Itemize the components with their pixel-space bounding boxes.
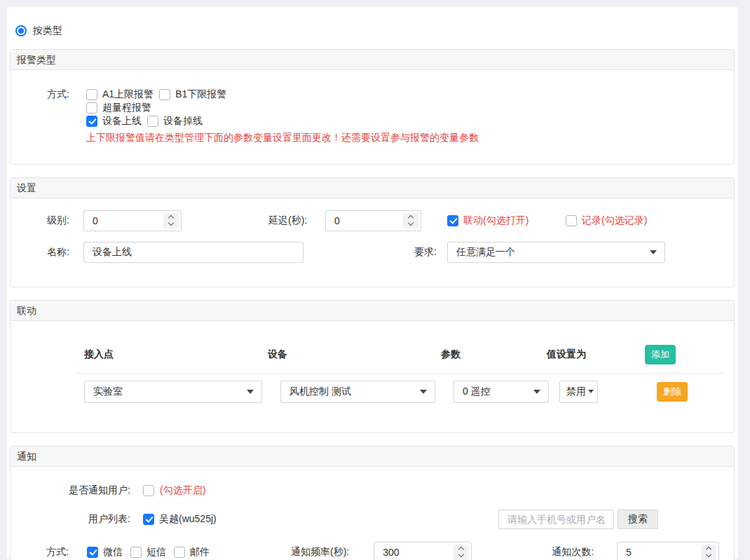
content-card: 按类型 报警类型 方式: A1上限报警 B1下限报警: [6, 6, 739, 560]
settings-panel: 设置 级别: 延迟(秒): 联动(勾选打开): [10, 177, 735, 287]
user-search-input[interactable]: [498, 510, 614, 529]
name-label: 名称:: [47, 246, 83, 259]
name-input[interactable]: [83, 242, 304, 263]
settings-panel-body: 级别: 延迟(秒): 联动(勾选打开) 记录(勾选记录): [11, 198, 734, 287]
user-search-group: 搜索: [498, 510, 658, 529]
table-header-divider: [75, 373, 725, 374]
limit-alarm-hint: 上下限报警值请在类型管理下面的参数变量设置里面更改！还需要设置参与报警的变量参数: [86, 130, 723, 144]
b1-lower-limit-checkbox[interactable]: [159, 89, 170, 100]
access-point-select-value: 实验室: [93, 385, 123, 398]
settings-panel-title: 设置: [11, 178, 734, 198]
column-param: 参数: [441, 348, 547, 361]
wechat-checkbox-item: 微信: [87, 546, 123, 559]
by-type-radio-label: 按类型: [33, 25, 62, 37]
level-label: 级别:: [47, 214, 83, 227]
notify-panel-title: 通知: [11, 446, 734, 467]
user-checkbox-label: 吴越(wu525j): [159, 513, 217, 526]
alarm-type-panel-title: 报警类型: [11, 50, 734, 70]
device-select-value: 风机控制 测试: [289, 385, 351, 398]
linkage-panel: 联动 接入点 设备 参数 值设置为 添加 实验室 风机控制 测试: [10, 300, 735, 433]
sms-checkbox[interactable]: [130, 547, 142, 558]
delay-label: 延迟(秒):: [268, 214, 325, 227]
chevron-down-icon: [588, 390, 594, 393]
linkage-panel-body: 接入点 设备 参数 值设置为 添加 实验室 风机控制 测试 0 遥控: [11, 321, 734, 432]
notify-methods: 微信 短信 邮件: [87, 546, 291, 559]
column-value-set: 值设置为: [547, 348, 645, 361]
alarm-type-panel: 报警类型 方式: A1上限报警 B1下限报警: [10, 49, 735, 165]
notify-method-label: 方式:: [46, 546, 74, 559]
require-select[interactable]: 任意满足一个: [447, 242, 665, 263]
sms-label: 短信: [146, 546, 166, 559]
sms-checkbox-item: 短信: [130, 546, 166, 559]
notify-count-label: 通知次数:: [552, 546, 594, 559]
notify-frequency-label: 通知频率(秒):: [291, 546, 349, 559]
search-button[interactable]: 搜索: [618, 510, 658, 529]
over-range-checkbox[interactable]: [86, 102, 97, 114]
user-checkbox[interactable]: [143, 514, 154, 525]
notify-panel-body: 是否通知用户: (勾选开启) 用户列表: 吴越(wu525j) 搜索 方式:: [11, 467, 734, 560]
by-type-radio[interactable]: [15, 25, 27, 36]
device-offline-label: 设备掉线: [163, 115, 203, 128]
chevron-down-icon: [650, 250, 657, 254]
param-select-value: 0 遥控: [463, 385, 491, 398]
linkage-checkbox-item: 联动(勾选打开): [447, 214, 566, 227]
value-set-select[interactable]: 禁用: [559, 381, 598, 403]
column-access-point: 接入点: [84, 348, 268, 361]
require-select-value: 任意满足一个: [456, 246, 515, 259]
user-checkbox-item: 吴越(wu525j): [143, 513, 217, 526]
record-checkbox-item: 记录(勾选记录): [566, 214, 647, 227]
access-point-select[interactable]: 实验室: [84, 381, 262, 403]
level-spinner[interactable]: [163, 213, 179, 228]
delete-button[interactable]: 删除: [657, 382, 688, 402]
linkage-checkbox[interactable]: [447, 215, 458, 226]
delay-spinner[interactable]: [403, 213, 418, 228]
device-online-checkbox-item: 设备上线: [86, 115, 142, 128]
notify-user-label: 是否通知用户:: [11, 484, 130, 497]
device-online-label: 设备上线: [102, 115, 142, 128]
email-checkbox[interactable]: [174, 547, 185, 558]
param-select[interactable]: 0 遥控: [454, 381, 549, 403]
chevron-down-icon: [533, 390, 540, 394]
chevron-down-icon: [420, 390, 427, 394]
notify-user-checkbox[interactable]: [143, 485, 154, 496]
linkage-table-header: 接入点 设备 参数 值设置为 添加: [84, 345, 734, 364]
device-offline-checkbox[interactable]: [147, 116, 158, 127]
a1-upper-limit-label: A1上限报警: [102, 88, 154, 101]
email-label: 邮件: [190, 546, 210, 559]
device-online-checkbox[interactable]: [86, 116, 97, 127]
add-button[interactable]: 添加: [645, 345, 676, 364]
mode-radio-row: 按类型: [15, 25, 735, 37]
over-range-checkbox-item: 超量程报警: [86, 102, 151, 114]
alarm-type-checkbox-rows: A1上限报警 B1下限报警 超量程报警: [86, 88, 723, 128]
require-label: 要求:: [414, 246, 447, 259]
notify-user-hint: (勾选开启): [160, 484, 205, 497]
device-select[interactable]: 风机控制 测试: [280, 381, 435, 403]
notify-frequency-spinner[interactable]: [454, 545, 469, 560]
column-device: 设备: [268, 348, 441, 361]
notify-count-spinner[interactable]: [701, 545, 716, 560]
wechat-checkbox[interactable]: [87, 547, 98, 558]
b1-lower-limit-label: B1下限报警: [175, 88, 226, 101]
device-offline-checkbox-item: 设备掉线: [147, 115, 203, 128]
chevron-down-icon: [247, 390, 254, 394]
record-checkbox[interactable]: [566, 215, 577, 226]
email-checkbox-item: 邮件: [174, 546, 210, 559]
alarm-type-panel-body: 方式: A1上限报警 B1下限报警: [11, 70, 734, 164]
value-set-select-value: 禁用: [566, 385, 586, 398]
method-label: 方式:: [47, 88, 86, 144]
linkage-table-row: 实验室 风机控制 测试 0 遥控 禁用 删除: [84, 380, 734, 403]
linkage-checkbox-label: 联动(勾选打开): [463, 214, 529, 227]
user-list-label: 用户列表:: [11, 513, 130, 526]
notify-panel: 通知 是否通知用户: (勾选开启) 用户列表: 吴越(wu525j) 搜索 方式…: [10, 446, 735, 560]
record-checkbox-label: 记录(勾选记录): [582, 214, 647, 227]
linkage-panel-title: 联动: [11, 301, 734, 321]
b1-lower-limit-checkbox-item: B1下限报警: [159, 88, 226, 101]
wechat-label: 微信: [103, 546, 123, 559]
over-range-label: 超量程报警: [102, 102, 151, 114]
a1-upper-limit-checkbox[interactable]: [86, 89, 97, 100]
a1-upper-limit-checkbox-item: A1上限报警: [86, 88, 154, 101]
